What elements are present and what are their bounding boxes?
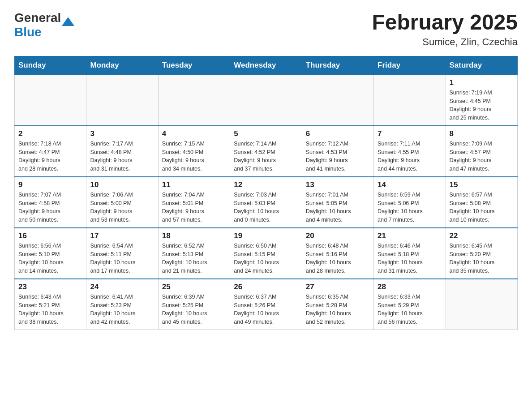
calendar-header-row: SundayMondayTuesdayWednesdayThursdayFrid… bbox=[15, 56, 518, 75]
day-number: 22 bbox=[450, 231, 514, 240]
day-info: Sunrise: 6:45 AM Sunset: 5:20 PM Dayligh… bbox=[450, 242, 514, 275]
week-row-5: 23Sunrise: 6:43 AM Sunset: 5:21 PM Dayli… bbox=[15, 279, 518, 330]
day-info: Sunrise: 6:52 AM Sunset: 5:13 PM Dayligh… bbox=[162, 242, 226, 275]
day-number: 27 bbox=[306, 283, 370, 291]
day-number: 3 bbox=[90, 129, 154, 138]
calendar-cell-3-2: 10Sunrise: 7:06 AM Sunset: 5:00 PM Dayli… bbox=[86, 177, 158, 228]
day-info: Sunrise: 7:18 AM Sunset: 4:47 PM Dayligh… bbox=[18, 140, 82, 173]
day-info: Sunrise: 7:11 AM Sunset: 4:55 PM Dayligh… bbox=[378, 140, 442, 173]
day-number: 7 bbox=[378, 129, 442, 138]
calendar-cell-2-3: 4Sunrise: 7:15 AM Sunset: 4:50 PM Daylig… bbox=[158, 126, 230, 177]
day-number: 28 bbox=[378, 283, 442, 291]
calendar-table: SundayMondayTuesdayWednesdayThursdayFrid… bbox=[14, 56, 518, 330]
calendar-cell-2-2: 3Sunrise: 7:17 AM Sunset: 4:48 PM Daylig… bbox=[86, 126, 158, 177]
day-number: 20 bbox=[306, 231, 370, 240]
page-title: February 2025 bbox=[372, 11, 518, 34]
day-info: Sunrise: 7:03 AM Sunset: 5:03 PM Dayligh… bbox=[234, 191, 298, 224]
day-number: 18 bbox=[162, 231, 226, 240]
day-number: 5 bbox=[234, 129, 298, 138]
day-number: 17 bbox=[90, 231, 154, 240]
week-row-2: 2Sunrise: 7:18 AM Sunset: 4:47 PM Daylig… bbox=[15, 126, 518, 177]
title-block: February 2025 Sumice, Zlin, Czechia bbox=[372, 11, 518, 48]
day-number: 10 bbox=[90, 180, 154, 189]
calendar-header-tuesday: Tuesday bbox=[158, 56, 230, 75]
day-number: 25 bbox=[162, 283, 226, 291]
calendar-cell-4-5: 20Sunrise: 6:48 AM Sunset: 5:16 PM Dayli… bbox=[302, 228, 373, 279]
logo-blue-text: Blue bbox=[14, 25, 42, 39]
calendar-cell-5-5: 27Sunrise: 6:35 AM Sunset: 5:28 PM Dayli… bbox=[302, 279, 373, 330]
calendar-cell-4-2: 17Sunrise: 6:54 AM Sunset: 5:11 PM Dayli… bbox=[86, 228, 158, 279]
calendar-cell-3-1: 9Sunrise: 7:07 AM Sunset: 4:58 PM Daylig… bbox=[15, 177, 86, 228]
calendar-cell-4-4: 19Sunrise: 6:50 AM Sunset: 5:15 PM Dayli… bbox=[230, 228, 302, 279]
calendar-cell-2-6: 7Sunrise: 7:11 AM Sunset: 4:55 PM Daylig… bbox=[374, 126, 446, 177]
logo-general-text: General bbox=[14, 11, 61, 25]
day-number: 9 bbox=[18, 180, 82, 189]
calendar-cell-2-1: 2Sunrise: 7:18 AM Sunset: 4:47 PM Daylig… bbox=[15, 126, 86, 177]
calendar-cell-3-4: 12Sunrise: 7:03 AM Sunset: 5:03 PM Dayli… bbox=[230, 177, 302, 228]
day-info: Sunrise: 6:37 AM Sunset: 5:26 PM Dayligh… bbox=[234, 293, 298, 326]
calendar-cell-1-7: 1Sunrise: 7:19 AM Sunset: 4:45 PM Daylig… bbox=[446, 75, 517, 126]
calendar-cell-3-7: 15Sunrise: 6:57 AM Sunset: 5:08 PM Dayli… bbox=[446, 177, 517, 228]
calendar-cell-2-5: 6Sunrise: 7:12 AM Sunset: 4:53 PM Daylig… bbox=[302, 126, 373, 177]
week-row-1: 1Sunrise: 7:19 AM Sunset: 4:45 PM Daylig… bbox=[15, 75, 518, 126]
day-number: 26 bbox=[234, 283, 298, 291]
day-info: Sunrise: 6:48 AM Sunset: 5:16 PM Dayligh… bbox=[306, 242, 370, 275]
day-info: Sunrise: 6:33 AM Sunset: 5:29 PM Dayligh… bbox=[378, 293, 442, 326]
calendar-cell-3-3: 11Sunrise: 7:04 AM Sunset: 5:01 PM Dayli… bbox=[158, 177, 230, 228]
day-info: Sunrise: 7:01 AM Sunset: 5:05 PM Dayligh… bbox=[306, 191, 370, 224]
week-row-3: 9Sunrise: 7:07 AM Sunset: 4:58 PM Daylig… bbox=[15, 177, 518, 228]
calendar-cell-5-4: 26Sunrise: 6:37 AM Sunset: 5:26 PM Dayli… bbox=[230, 279, 302, 330]
day-number: 13 bbox=[306, 180, 370, 189]
day-info: Sunrise: 6:43 AM Sunset: 5:21 PM Dayligh… bbox=[18, 293, 82, 326]
logo-triangle-icon bbox=[62, 17, 74, 26]
day-number: 12 bbox=[234, 180, 298, 189]
day-info: Sunrise: 6:50 AM Sunset: 5:15 PM Dayligh… bbox=[234, 242, 298, 275]
day-info: Sunrise: 7:14 AM Sunset: 4:52 PM Dayligh… bbox=[234, 140, 298, 173]
day-number: 6 bbox=[306, 129, 370, 138]
calendar-cell-4-6: 21Sunrise: 6:46 AM Sunset: 5:18 PM Dayli… bbox=[374, 228, 446, 279]
calendar-cell-5-6: 28Sunrise: 6:33 AM Sunset: 5:29 PM Dayli… bbox=[374, 279, 446, 330]
day-number: 1 bbox=[450, 78, 514, 87]
day-info: Sunrise: 6:39 AM Sunset: 5:25 PM Dayligh… bbox=[162, 293, 226, 326]
calendar-cell-5-2: 24Sunrise: 6:41 AM Sunset: 5:23 PM Dayli… bbox=[86, 279, 158, 330]
day-number: 11 bbox=[162, 180, 226, 189]
day-info: Sunrise: 6:46 AM Sunset: 5:18 PM Dayligh… bbox=[378, 242, 442, 275]
calendar-cell-3-5: 13Sunrise: 7:01 AM Sunset: 5:05 PM Dayli… bbox=[302, 177, 373, 228]
calendar-cell-4-7: 22Sunrise: 6:45 AM Sunset: 5:20 PM Dayli… bbox=[446, 228, 517, 279]
day-info: Sunrise: 7:15 AM Sunset: 4:50 PM Dayligh… bbox=[162, 140, 226, 173]
day-info: Sunrise: 6:35 AM Sunset: 5:28 PM Dayligh… bbox=[306, 293, 370, 326]
calendar-cell-2-4: 5Sunrise: 7:14 AM Sunset: 4:52 PM Daylig… bbox=[230, 126, 302, 177]
day-number: 23 bbox=[18, 283, 82, 291]
day-number: 16 bbox=[18, 231, 82, 240]
day-info: Sunrise: 7:17 AM Sunset: 4:48 PM Dayligh… bbox=[90, 140, 154, 173]
calendar-header-monday: Monday bbox=[86, 56, 158, 75]
day-number: 8 bbox=[450, 129, 514, 138]
calendar-cell-5-1: 23Sunrise: 6:43 AM Sunset: 5:21 PM Dayli… bbox=[15, 279, 86, 330]
calendar-header-thursday: Thursday bbox=[302, 56, 373, 75]
day-info: Sunrise: 7:07 AM Sunset: 4:58 PM Dayligh… bbox=[18, 191, 82, 224]
page-header: General Blue February 2025 Sumice, Zlin,… bbox=[14, 11, 518, 48]
logo: General Blue bbox=[14, 11, 74, 39]
day-info: Sunrise: 6:57 AM Sunset: 5:08 PM Dayligh… bbox=[450, 191, 514, 224]
day-info: Sunrise: 6:41 AM Sunset: 5:23 PM Dayligh… bbox=[90, 293, 154, 326]
day-info: Sunrise: 7:06 AM Sunset: 5:00 PM Dayligh… bbox=[90, 191, 154, 224]
day-info: Sunrise: 7:19 AM Sunset: 4:45 PM Dayligh… bbox=[450, 89, 514, 122]
day-info: Sunrise: 6:54 AM Sunset: 5:11 PM Dayligh… bbox=[90, 242, 154, 275]
week-row-4: 16Sunrise: 6:56 AM Sunset: 5:10 PM Dayli… bbox=[15, 228, 518, 279]
calendar-header-sunday: Sunday bbox=[15, 56, 86, 75]
calendar-cell-3-6: 14Sunrise: 6:59 AM Sunset: 5:06 PM Dayli… bbox=[374, 177, 446, 228]
calendar-cell-1-5 bbox=[302, 75, 373, 126]
day-info: Sunrise: 7:04 AM Sunset: 5:01 PM Dayligh… bbox=[162, 191, 226, 224]
calendar-cell-1-3 bbox=[158, 75, 230, 126]
calendar-header-wednesday: Wednesday bbox=[230, 56, 302, 75]
day-number: 2 bbox=[18, 129, 82, 138]
day-info: Sunrise: 7:09 AM Sunset: 4:57 PM Dayligh… bbox=[450, 140, 514, 173]
calendar-cell-1-1 bbox=[15, 75, 86, 126]
day-number: 24 bbox=[90, 283, 154, 291]
day-number: 21 bbox=[378, 231, 442, 240]
calendar-cell-1-6 bbox=[374, 75, 446, 126]
day-info: Sunrise: 7:12 AM Sunset: 4:53 PM Dayligh… bbox=[306, 140, 370, 173]
day-info: Sunrise: 6:59 AM Sunset: 5:06 PM Dayligh… bbox=[378, 191, 442, 224]
day-number: 4 bbox=[162, 129, 226, 138]
calendar-header-friday: Friday bbox=[374, 56, 446, 75]
